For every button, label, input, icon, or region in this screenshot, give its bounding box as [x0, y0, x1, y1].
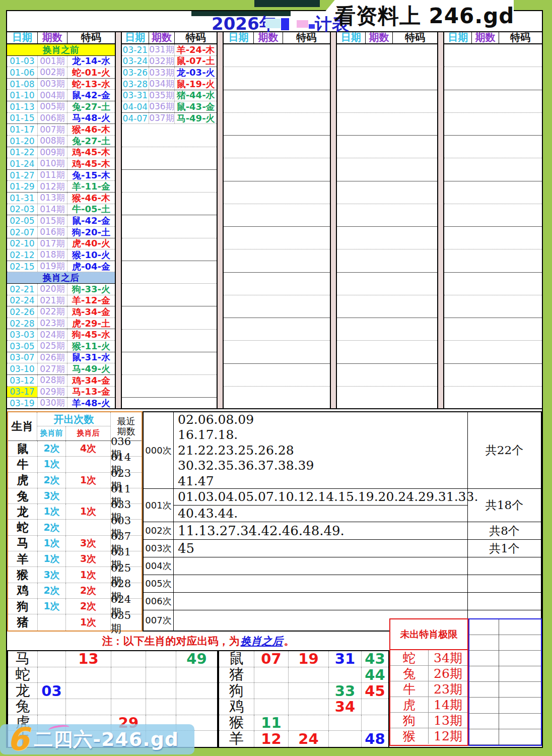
draw-date: 03-03: [7, 329, 37, 340]
draw-date: 03-28: [122, 79, 149, 90]
draw-row: 02-07 016期 狗-20-土: [7, 227, 115, 238]
draw-date: 01-10: [7, 90, 37, 101]
draw-period: 008期: [37, 136, 67, 147]
zodiac-stats-table: 生肖 开出次数 换肖前 换肖后 最近 期数 鼠 2次 4次 036期: [7, 411, 143, 632]
number-row: 兔: [8, 699, 217, 715]
draw-code: 鼠-31-水: [67, 352, 115, 363]
stats-before-count: [37, 614, 65, 630]
draw-row: 02-24 021期 羊-12-金: [7, 295, 115, 307]
number-cell: [176, 699, 217, 715]
number-cell: [288, 683, 328, 699]
draw-period: 023期: [37, 318, 67, 329]
draw-row: 02-26 022期 鸡-34-金: [7, 306, 115, 318]
draw-code: 羊-48-火: [67, 398, 115, 409]
freq-row-006: 006次: [144, 593, 541, 610]
number-cell: [37, 667, 65, 683]
group-header: 日期 期数 特码: [444, 31, 542, 44]
draw-code: 羊-12-金: [67, 295, 115, 306]
separator-bar: [437, 31, 444, 409]
draw-row: 01-29 012期 羊-11-金: [7, 181, 115, 193]
draw-date: 03-19: [7, 398, 37, 409]
draw-date: 02-03: [7, 204, 37, 215]
blue-empty-grid: [468, 618, 542, 746]
number-cell: 34: [328, 699, 361, 715]
draw-period: 030期: [37, 398, 67, 409]
number-cell: [65, 699, 111, 715]
draw-group-5: 日期 期数 特码: [444, 31, 542, 409]
col-header-code: 特码: [499, 31, 542, 43]
draw-period: 037期: [149, 113, 175, 124]
draw-row: 02-03 014期 牛-05-土: [7, 204, 115, 216]
stats-after-count: 2次: [65, 583, 110, 598]
draw-code: 猴-11-火: [67, 341, 115, 352]
draw-date: 02-24: [7, 295, 37, 306]
stats-header-after: 换肖后: [65, 426, 110, 440]
freq-total: 共8个: [468, 522, 541, 539]
draw-date: 04-04: [122, 101, 149, 112]
draw-row: 03-26 033期 龙-03-火: [122, 67, 217, 79]
overlay-watermark-text: 看资料上 246.gd: [334, 2, 514, 30]
freq-total: [468, 575, 541, 592]
draw-date: 03-12: [7, 375, 37, 386]
limit-zodiac: 猴: [390, 728, 429, 744]
col-header-period: 期数: [365, 31, 393, 43]
col-header-code: 特码: [393, 31, 437, 43]
limit-zodiac: 兔: [390, 666, 429, 681]
number-row: 狗 33 45: [219, 683, 388, 699]
draw-period: 036期: [149, 101, 175, 112]
draw-code: 兔-15-木: [67, 170, 115, 181]
draw-code: 狗-20-土: [67, 227, 115, 238]
number-cell: [65, 683, 111, 699]
number-cell: [288, 667, 328, 683]
stats-before-count: 2次: [37, 583, 65, 598]
band-before-switch: 换肖之前: [7, 44, 115, 56]
stats-zodiac: 蛇: [8, 520, 37, 535]
number-row: 蛇: [8, 667, 217, 683]
stats-zodiac: 虎: [8, 473, 37, 488]
frequency-table: 000次 02.06.08.09 16.17.18. 21.22.23.25.2…: [143, 411, 542, 632]
limit-row: 牛 23期: [390, 681, 467, 697]
stats-row: 猪 1次 035期: [8, 614, 142, 630]
draw-code: 鸡-45-木: [67, 158, 115, 169]
censor-blob-blue-small: [309, 24, 315, 29]
draw-row: 03-24 032期 鼠-07-土: [122, 56, 217, 68]
stats-after-count: 1次: [65, 504, 110, 519]
number-cell: 33: [328, 683, 361, 699]
stats-zodiac: 牛: [8, 457, 37, 472]
stats-after-count: [65, 457, 110, 472]
draw-date: 04-07: [122, 113, 149, 124]
number-row: 鸡 34: [219, 699, 388, 715]
stats-before-count: 3次: [37, 488, 65, 503]
draw-date: 01-22: [7, 147, 37, 158]
watermark-badge: 6 二四六-246.gd: [0, 724, 194, 754]
stats-header-zodiac: 生肖: [8, 412, 37, 440]
limit-zodiac: 狗: [390, 713, 429, 728]
draw-date: 02-07: [7, 227, 37, 238]
draw-period: 011期: [37, 170, 67, 181]
number-cell: 49: [176, 651, 217, 667]
draw-code: 鼠-07-土: [175, 56, 217, 67]
draw-date: 02-12: [7, 249, 37, 261]
draw-row: 03-31 035期 猪-44-水: [122, 90, 217, 102]
note-text: 注：以下生肖的对应出码，为换肖之后。: [7, 632, 389, 650]
draw-row: 02-28 023期 虎-29-土: [7, 318, 115, 330]
stats-after-count: 1次: [65, 473, 110, 488]
limit-period: 13期: [429, 713, 467, 728]
number-cell: [111, 699, 146, 715]
draw-code: 鼠-43-金: [175, 101, 217, 112]
draw-period: 028期: [37, 375, 67, 386]
draw-row: 01-06 002期 蛇-01-火: [7, 67, 115, 79]
draw-code: 猴-10-火: [67, 249, 115, 261]
draw-code: 羊-24-木: [175, 44, 217, 55]
draw-date: 02-10: [7, 238, 37, 249]
stats-header-count-title: 开出次数: [37, 412, 110, 426]
number-cell: 31: [328, 651, 361, 667]
freq-row-005: 005次: [144, 575, 541, 593]
number-cell: [146, 683, 176, 699]
stats-zodiac: 狗: [8, 599, 37, 614]
stats-zodiac: 鸡: [8, 583, 37, 598]
freq-numbers: [174, 593, 468, 610]
draw-period: 025期: [37, 341, 67, 352]
bottom-middle-number-table: 鼠 07 19 31 43 猪 44 狗 33 45 鸡: [218, 650, 389, 748]
zodiac-cell: 猴: [219, 715, 254, 731]
